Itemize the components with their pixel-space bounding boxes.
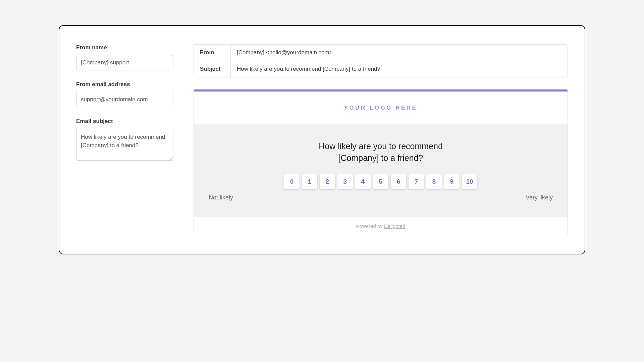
header-from-value: [Company] <hello@yourdomain.com>	[231, 45, 568, 61]
logo-section: YOUR LOGO HERE	[194, 92, 568, 124]
email-preview: YOUR LOGO HERE How likely are you to rec…	[194, 89, 568, 235]
score-button-9[interactable]: 9	[444, 174, 460, 189]
score-button-8[interactable]: 8	[426, 174, 442, 189]
score-button-2[interactable]: 2	[319, 174, 335, 189]
from-email-input[interactable]	[76, 92, 173, 107]
from-email-label: From email address	[76, 81, 173, 88]
from-name-group: From name	[76, 44, 173, 70]
from-email-group: From email address	[76, 81, 173, 107]
low-label: Not likely	[209, 194, 233, 201]
score-button-7[interactable]: 7	[408, 174, 424, 189]
header-row-from: From [Company] <hello@yourdomain.com>	[194, 45, 568, 61]
preview-panel: From [Company] <hello@yourdomain.com> Su…	[194, 44, 568, 235]
score-button-1[interactable]: 1	[302, 174, 318, 189]
footer-prefix: Powered by	[356, 223, 384, 229]
footer-link[interactable]: Delighted	[384, 223, 405, 229]
score-button-0[interactable]: 0	[284, 174, 300, 189]
score-button-10[interactable]: 10	[462, 174, 478, 189]
preview-body: How likely are you to recommend [Company…	[194, 124, 568, 217]
score-button-3[interactable]: 3	[337, 174, 353, 189]
preview-footer: Powered by Delighted	[194, 217, 568, 235]
from-name-input[interactable]	[76, 55, 173, 70]
email-editor-card: From name From email address Email subje…	[59, 25, 585, 254]
score-button-row: 0 1 2 3 4 5 6 7 8 9 10	[208, 174, 553, 189]
score-labels: Not likely Very likely	[208, 194, 553, 201]
subject-textarea[interactable]: How likely are you to recommend [Company…	[76, 129, 173, 161]
form-panel: From name From email address Email subje…	[76, 44, 173, 235]
header-from-key: From	[194, 45, 231, 61]
survey-question: How likely are you to recommend [Company…	[307, 140, 454, 164]
score-button-6[interactable]: 6	[390, 174, 407, 189]
header-subject-value: How likely are you to recommend [Company…	[231, 61, 568, 77]
subject-group: Email subject How likely are you to reco…	[76, 118, 173, 162]
from-name-label: From name	[76, 44, 173, 51]
header-subject-key: Subject	[194, 61, 231, 77]
logo-placeholder[interactable]: YOUR LOGO HERE	[339, 101, 422, 115]
email-headers-table: From [Company] <hello@yourdomain.com> Su…	[194, 44, 568, 77]
high-label: Very likely	[526, 194, 553, 201]
subject-label: Email subject	[76, 118, 173, 125]
header-row-subject: Subject How likely are you to recommend …	[194, 61, 568, 77]
score-button-5[interactable]: 5	[373, 174, 389, 189]
score-button-4[interactable]: 4	[355, 174, 371, 189]
